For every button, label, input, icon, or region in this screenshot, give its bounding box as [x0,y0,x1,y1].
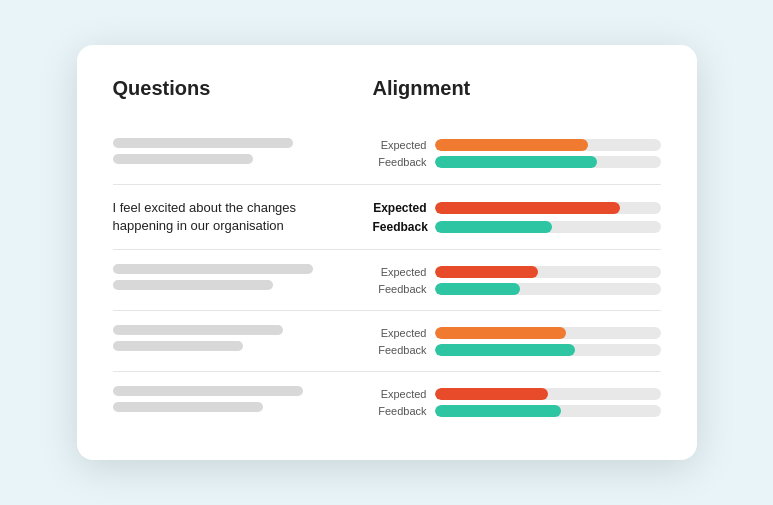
bar-row: Feedback [373,283,661,295]
bar-row: Feedback [373,405,661,417]
question-cell [113,386,373,418]
bar-track [435,327,661,339]
alignment-cell: ExpectedFeedback [373,266,661,295]
bar-fill [435,221,553,233]
table-row: ExpectedFeedback [113,311,661,372]
alignment-column-header: Alignment [373,77,661,100]
question-cell [113,325,373,357]
bar-fill [435,139,589,151]
bar-label: Feedback [373,405,427,417]
question-placeholder [113,264,313,274]
bar-track [435,405,661,417]
bar-row: Expected [373,266,661,278]
bar-row: Expected [373,327,661,339]
question-placeholder [113,341,243,351]
question-placeholder [113,325,283,335]
main-card: Questions Alignment ExpectedFeedbackI fe… [77,45,697,460]
bar-fill [435,327,566,339]
alignment-cell: ExpectedFeedback [373,139,661,168]
bar-track [435,156,661,168]
bar-row: Feedback [373,344,661,356]
bar-track [435,202,661,214]
bar-row: Expected [373,201,661,215]
questions-column-header: Questions [113,77,373,100]
alignment-cell: ExpectedFeedback [373,201,661,234]
bar-track [435,283,661,295]
bar-label: Feedback [373,156,427,168]
bar-fill [435,202,620,214]
question-cell [113,264,373,296]
bar-label: Expected [373,139,427,151]
bar-track [435,221,661,233]
bar-label: Feedback [373,344,427,356]
bar-track [435,139,661,151]
bar-row: Feedback [373,220,661,234]
table-header: Questions Alignment [113,77,661,106]
bar-fill [435,266,539,278]
table-row: ExpectedFeedback [113,250,661,311]
bar-label: Feedback [373,283,427,295]
alignment-cell: ExpectedFeedback [373,388,661,417]
bar-fill [435,388,548,400]
bar-label: Expected [373,388,427,400]
bar-fill [435,283,521,295]
bar-label: Expected [373,266,427,278]
question-cell: I feel excited about the changes happeni… [113,199,373,235]
table-row: I feel excited about the changes happeni… [113,185,661,250]
table-row: ExpectedFeedback [113,372,661,432]
bar-fill [435,405,562,417]
table-row: ExpectedFeedback [113,124,661,185]
bar-track [435,266,661,278]
bar-fill [435,156,598,168]
bar-label: Expected [373,327,427,339]
question-cell [113,138,373,170]
bar-row: Expected [373,388,661,400]
alignment-cell: ExpectedFeedback [373,327,661,356]
question-placeholder [113,280,273,290]
bar-label: Expected [373,201,427,215]
rows-container: ExpectedFeedbackI feel excited about the… [113,124,661,432]
question-placeholder [113,386,303,396]
bar-track [435,388,661,400]
question-placeholder [113,402,263,412]
question-text: I feel excited about the changes happeni… [113,199,357,235]
bar-fill [435,344,575,356]
bar-row: Expected [373,139,661,151]
question-placeholder [113,138,293,148]
bar-row: Feedback [373,156,661,168]
bar-track [435,344,661,356]
bar-label: Feedback [373,220,427,234]
question-placeholder [113,154,253,164]
